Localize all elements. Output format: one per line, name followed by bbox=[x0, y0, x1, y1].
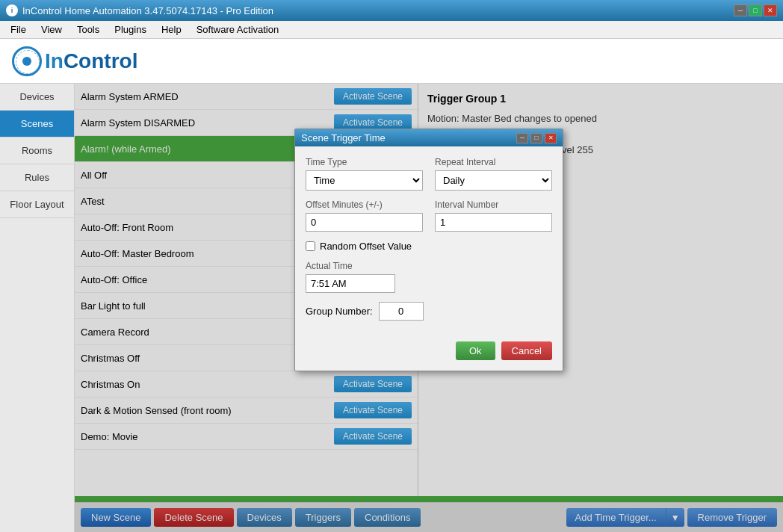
minimize-button[interactable]: ─ bbox=[734, 4, 747, 16]
scene-trigger-time-modal: Scene Trigger Time ─ □ ✕ Time Type bbox=[294, 129, 563, 371]
group-number-label: Group Number: bbox=[306, 306, 373, 317]
interval-number-field: Interval Number bbox=[435, 200, 552, 232]
close-button[interactable]: ✕ bbox=[764, 4, 777, 16]
group-number-input[interactable] bbox=[379, 302, 424, 321]
interval-number-label: Interval Number bbox=[435, 200, 552, 210]
menu-help[interactable]: Help bbox=[154, 22, 189, 37]
repeat-interval-field: Repeat Interval Daily Weekly Monthly bbox=[435, 157, 552, 191]
modal-row-2: Offset Minutes (+/-) Interval Number bbox=[306, 200, 552, 232]
logo-text: InControl bbox=[45, 49, 137, 73]
modal-minimize-button[interactable]: ─ bbox=[516, 133, 528, 143]
time-type-label: Time Type bbox=[306, 157, 423, 167]
repeat-interval-label: Repeat Interval bbox=[435, 157, 552, 167]
modal-overlay: Scene Trigger Time ─ □ ✕ Time Type bbox=[75, 84, 783, 532]
ok-button[interactable]: Ok bbox=[456, 341, 495, 360]
random-offset-label: Random Offset Value bbox=[320, 241, 412, 252]
menu-file[interactable]: File bbox=[3, 22, 34, 37]
time-type-field: Time Type Time Sunrise Sunset bbox=[306, 157, 423, 191]
random-offset-checkbox[interactable] bbox=[306, 241, 315, 251]
title-bar: i InControl Home Automation 3.47.5074.17… bbox=[0, 0, 783, 21]
logo-ring bbox=[16, 50, 40, 74]
sidebar-item-floor-layout[interactable]: Floor Layout bbox=[0, 191, 74, 218]
title-bar-left: i InControl Home Automation 3.47.5074.17… bbox=[6, 4, 273, 16]
modal-title: Scene Trigger Time bbox=[301, 132, 386, 143]
menu-plugins[interactable]: Plugins bbox=[107, 22, 154, 37]
cancel-button[interactable]: Cancel bbox=[501, 341, 552, 360]
menu-tools[interactable]: Tools bbox=[69, 22, 107, 37]
modal-footer: Ok Cancel bbox=[295, 341, 563, 371]
group-number-row: Group Number: bbox=[306, 302, 552, 321]
actual-time-label: Actual Time bbox=[306, 261, 552, 271]
window-title: InControl Home Automation 3.47.5074.1714… bbox=[22, 5, 273, 16]
logo-control: Control bbox=[64, 49, 138, 72]
sidebar: Devices Scenes Rooms Rules Floor Layout bbox=[0, 84, 75, 532]
sidebar-item-rooms[interactable]: Rooms bbox=[0, 137, 74, 164]
app-icon: i bbox=[6, 4, 18, 16]
modal-body: Time Type Time Sunrise Sunset Repeat Int… bbox=[295, 146, 563, 341]
random-offset-row: Random Offset Value bbox=[306, 241, 552, 252]
sidebar-item-devices[interactable]: Devices bbox=[0, 84, 74, 111]
title-bar-controls: ─ □ ✕ bbox=[734, 4, 777, 16]
maximize-button[interactable]: □ bbox=[749, 4, 762, 16]
repeat-interval-select[interactable]: Daily Weekly Monthly bbox=[435, 170, 552, 191]
modal-close-button[interactable]: ✕ bbox=[545, 133, 557, 143]
time-type-select[interactable]: Time Sunrise Sunset bbox=[306, 170, 423, 191]
interval-number-input[interactable] bbox=[435, 213, 552, 232]
main-layout: Devices Scenes Rooms Rules Floor Layout … bbox=[0, 84, 783, 532]
offset-minutes-field: Offset Minutes (+/-) bbox=[306, 200, 423, 232]
content-area: Alarm System ARMED Activate Scene Alarm … bbox=[75, 84, 783, 532]
logo-in: In bbox=[45, 49, 64, 72]
actual-time-field: Actual Time bbox=[306, 261, 552, 293]
modal-row-1: Time Type Time Sunrise Sunset Repeat Int… bbox=[306, 157, 552, 191]
menu-view[interactable]: View bbox=[34, 22, 69, 37]
menu-software-activation[interactable]: Software Activation bbox=[189, 22, 287, 37]
modal-title-controls: ─ □ ✕ bbox=[516, 133, 557, 143]
logo-area: InControl bbox=[0, 39, 783, 84]
offset-minutes-input[interactable] bbox=[306, 213, 423, 232]
offset-minutes-label: Offset Minutes (+/-) bbox=[306, 200, 423, 210]
menu-bar: File View Tools Plugins Help Software Ac… bbox=[0, 21, 783, 39]
logo-circle bbox=[12, 46, 42, 76]
sidebar-item-rules[interactable]: Rules bbox=[0, 164, 74, 191]
modal-maximize-button[interactable]: □ bbox=[530, 133, 542, 143]
actual-time-input[interactable] bbox=[306, 274, 395, 293]
sidebar-item-scenes[interactable]: Scenes bbox=[0, 111, 74, 137]
modal-title-bar: Scene Trigger Time ─ □ ✕ bbox=[295, 129, 563, 146]
